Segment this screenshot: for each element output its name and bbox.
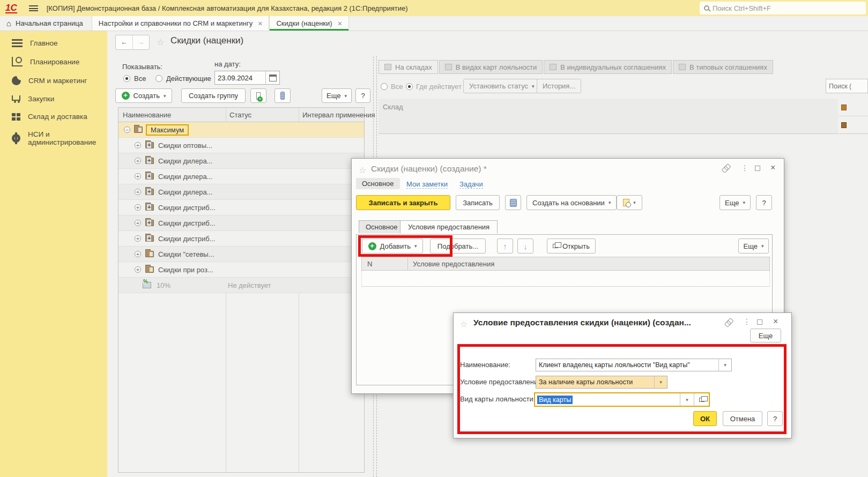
- expand-icon[interactable]: +: [135, 173, 141, 180]
- nav-main[interactable]: Основное: [356, 178, 400, 189]
- card-kind-open-button[interactable]: [694, 393, 709, 406]
- open-button[interactable]: Открыть: [547, 238, 596, 254]
- nav-my-notes[interactable]: Мои заметки: [406, 180, 448, 189]
- link-icon[interactable]: [722, 164, 731, 173]
- global-search-input[interactable]: [713, 4, 847, 12]
- pick-button[interactable]: Подобрать...: [430, 238, 486, 254]
- expand-icon[interactable]: +: [135, 204, 141, 211]
- expand-icon[interactable]: +: [135, 220, 141, 226]
- forward-button[interactable]: →: [133, 35, 150, 49]
- create-button[interactable]: + Создать ▾: [115, 88, 172, 103]
- create-copy-button[interactable]: [250, 88, 266, 103]
- expand-icon[interactable]: +: [135, 266, 141, 273]
- selected-cell[interactable]: Максимум: [146, 124, 189, 136]
- add-button[interactable]: + Добавить ▾: [362, 238, 423, 254]
- set-status-button[interactable]: Установить статус ▾: [463, 79, 540, 93]
- more-menu-icon[interactable]: ⋮: [743, 317, 751, 326]
- favorite-star-icon[interactable]: ☆: [460, 319, 468, 329]
- tree-row[interactable]: + Скидки дистриб...: [118, 200, 364, 215]
- collapse-icon[interactable]: −: [124, 126, 130, 133]
- back-button[interactable]: ←: [116, 35, 133, 49]
- tree-row[interactable]: + Скидки дилера...: [118, 153, 364, 169]
- save-button[interactable]: Записать: [456, 195, 500, 210]
- expand-icon[interactable]: +: [135, 251, 141, 257]
- tab-standard-agreements[interactable]: В типовых соглашениях: [673, 60, 773, 74]
- move-up-button[interactable]: ↑: [497, 238, 513, 254]
- tree-row[interactable]: + Скидки оптовы...: [118, 138, 364, 153]
- close-icon[interactable]: ×: [770, 163, 775, 173]
- sidebar-item-crm[interactable]: CRM и маркетинг: [0, 71, 107, 90]
- sidebar-item-main[interactable]: Главное: [0, 34, 107, 52]
- inner-tab-conditions[interactable]: Условия предоставления: [400, 220, 498, 234]
- warehouse-column-header[interactable]: Склад: [379, 99, 838, 134]
- name-field[interactable]: ▾: [536, 359, 732, 371]
- panel-more-button[interactable]: Еще ▾: [738, 238, 769, 254]
- tab-home-page[interactable]: ⌂ Начальная страница: [0, 16, 90, 31]
- calendar-icon[interactable]: [265, 71, 279, 84]
- dialog-more-button[interactable]: Еще ▾: [719, 195, 751, 210]
- list-settings-button[interactable]: [505, 195, 521, 210]
- expand-icon[interactable]: +: [135, 189, 141, 195]
- expand-icon[interactable]: +: [135, 158, 141, 164]
- dialog-more-button[interactable]: Еще: [750, 329, 781, 342]
- ok-button[interactable]: ОК: [693, 411, 717, 426]
- empty-condition-row[interactable]: [361, 271, 770, 287]
- column-header-n[interactable]: N: [367, 260, 372, 268]
- close-tab-icon[interactable]: ×: [258, 19, 262, 28]
- maximize-icon[interactable]: [755, 166, 760, 171]
- tree-row[interactable]: + Скидки при роз...: [118, 262, 364, 278]
- right-edge-row[interactable]: [839, 99, 868, 116]
- close-icon[interactable]: ×: [773, 317, 778, 326]
- column-header-condition[interactable]: Условие предоставления: [413, 260, 494, 268]
- close-tab-icon[interactable]: ×: [338, 19, 342, 28]
- card-kind-selected-text[interactable]: Вид карты: [537, 396, 573, 404]
- tab-discounts[interactable]: Скидки (наценки) ×: [269, 16, 348, 31]
- attached-files-button[interactable]: ▾: [617, 195, 642, 210]
- help-button[interactable]: ?: [355, 88, 370, 103]
- condition-field[interactable]: ▾: [536, 376, 667, 389]
- expand-icon[interactable]: +: [135, 142, 141, 148]
- nav-tasks[interactable]: Задачи: [459, 180, 483, 189]
- radio-all-right[interactable]: Все: [381, 83, 403, 91]
- inner-tab-main[interactable]: Основное: [359, 220, 405, 233]
- date-field[interactable]: [214, 71, 280, 85]
- tab-individual-agreements[interactable]: В индивидуальных соглашениях: [544, 60, 672, 74]
- favorite-star-icon[interactable]: ☆: [157, 37, 164, 47]
- tree-row[interactable]: + Скидки дилера...: [118, 169, 364, 184]
- cancel-button[interactable]: Отмена: [723, 411, 762, 426]
- radio-all[interactable]: Все: [123, 74, 146, 83]
- sidebar-item-planning[interactable]: Планирование: [0, 52, 107, 71]
- more-menu-icon[interactable]: ⋮: [741, 163, 748, 172]
- tab-crm-settings[interactable]: Настройки и справочники по CRM и маркети…: [92, 16, 270, 31]
- tree-row-10-percent[interactable]: 10% Не действует: [118, 278, 364, 293]
- card-kind-dropdown-button[interactable]: ▾: [680, 393, 694, 406]
- list-settings-button[interactable]: [275, 88, 291, 103]
- tab-loyalty-cards[interactable]: В видах карт лояльности: [439, 60, 543, 74]
- date-input[interactable]: [215, 74, 265, 82]
- link-icon[interactable]: [724, 318, 733, 327]
- right-edge-row[interactable]: [839, 116, 868, 134]
- tab-warehouses[interactable]: На складах: [379, 60, 438, 74]
- right-search-input[interactable]: [826, 83, 867, 90]
- global-search[interactable]: [700, 2, 866, 14]
- name-dropdown-button[interactable]: ▾: [718, 359, 731, 371]
- sidebar-item-nsi-admin[interactable]: НСИ и администрирование: [0, 125, 107, 151]
- column-header-status[interactable]: Статус: [229, 111, 251, 119]
- main-menu-icon[interactable]: [29, 5, 38, 11]
- condition-dropdown-button[interactable]: ▾: [654, 376, 667, 388]
- name-input[interactable]: [536, 361, 718, 369]
- create-group-button[interactable]: Создать группу: [181, 88, 246, 103]
- condition-input[interactable]: [536, 378, 654, 386]
- more-button[interactable]: Еще ▾: [322, 88, 352, 103]
- column-header-name[interactable]: Наименование: [123, 111, 171, 119]
- card-kind-field[interactable]: Вид карты ▾: [534, 392, 710, 407]
- radio-where-acts[interactable]: Где действует: [406, 83, 462, 91]
- radio-acting[interactable]: Действующие: [155, 74, 211, 83]
- sidebar-item-purchases[interactable]: Закупки: [0, 90, 107, 108]
- tree-row[interactable]: + Скидки дилера...: [118, 184, 364, 200]
- tree-row[interactable]: + Скидки дистриб...: [118, 231, 364, 247]
- sidebar-item-warehouse[interactable]: Склад и доставка: [0, 108, 107, 125]
- tree-row[interactable]: + Скидки "сетевы...: [118, 247, 364, 262]
- create-based-on-button[interactable]: Создать на основании ▾: [526, 195, 617, 210]
- dialog-help-button[interactable]: ?: [756, 195, 772, 210]
